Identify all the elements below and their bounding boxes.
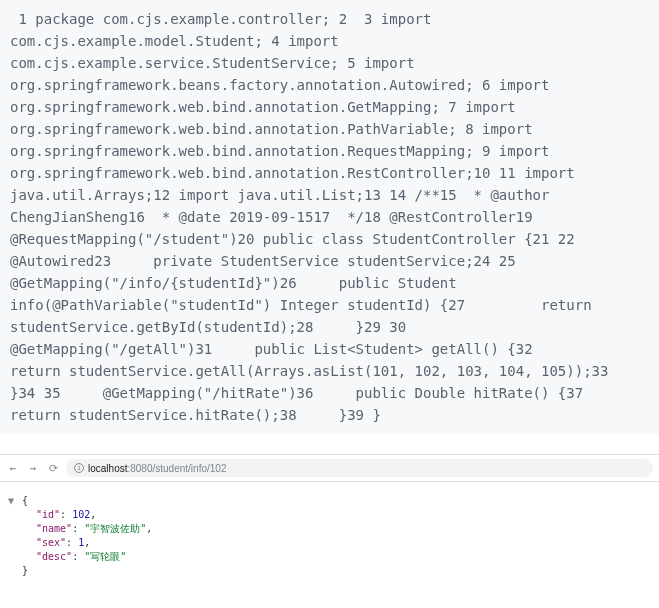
json-key: "desc" xyxy=(36,551,72,562)
url-host: localhost xyxy=(88,463,127,474)
json-field-desc: "desc": "写轮眼" xyxy=(8,550,651,564)
browser-toolbar: ← → ⟳ i localhost:8080/student/info/102 xyxy=(0,454,659,482)
twisty-icon[interactable]: ▼ xyxy=(8,494,16,508)
json-value: "写轮眼" xyxy=(84,551,126,562)
forward-icon[interactable]: → xyxy=(26,461,40,475)
back-icon[interactable]: ← xyxy=(6,461,20,475)
reload-icon[interactable]: ⟳ xyxy=(46,461,60,475)
json-value: 102 xyxy=(72,509,90,520)
json-key: "id" xyxy=(36,509,60,520)
json-field-sex: "sex": 1, xyxy=(8,536,651,550)
url-text: localhost:8080/student/info/102 xyxy=(88,463,226,474)
json-open-brace: ▼ { xyxy=(8,494,651,508)
code-block: 1 package com.cjs.example.controller; 2 … xyxy=(0,0,659,434)
json-key: "name" xyxy=(36,523,72,534)
json-key: "sex" xyxy=(36,537,66,548)
json-close-brace: } xyxy=(8,564,651,578)
site-info-icon[interactable]: i xyxy=(74,463,84,473)
json-value: "宇智波佐助" xyxy=(84,523,146,534)
address-bar[interactable]: i localhost:8080/student/info/102 xyxy=(66,459,653,477)
url-path: :8080/student/info/102 xyxy=(127,463,226,474)
json-response-view: ▼ { "id": 102, "name": "宇智波佐助", "sex": 1… xyxy=(0,482,659,586)
json-field-name: "name": "宇智波佐助", xyxy=(8,522,651,536)
json-field-id: "id": 102, xyxy=(8,508,651,522)
